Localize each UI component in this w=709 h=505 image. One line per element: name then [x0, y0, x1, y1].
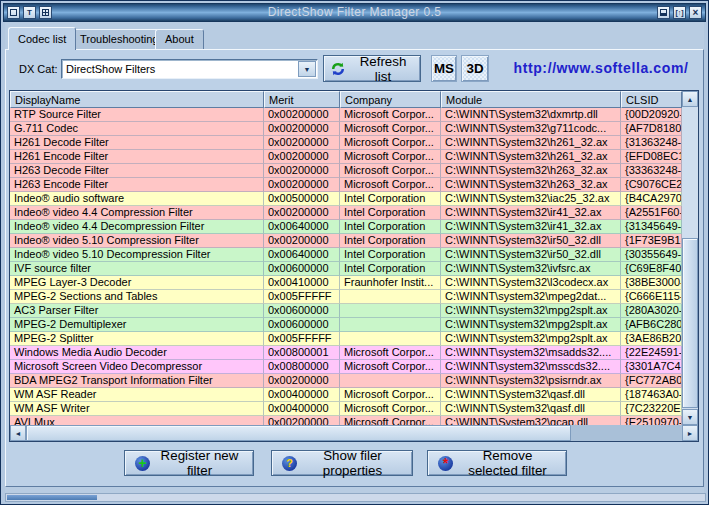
cell-company: Intel Corporation — [340, 248, 441, 262]
cell-module: C:\WINNT\system32\mpeg2dat... — [441, 290, 621, 304]
column-header-clsid[interactable]: CLSID — [621, 91, 682, 108]
3d-toggle-button[interactable]: 3D — [461, 55, 489, 82]
window-grid-button[interactable] — [39, 6, 52, 19]
table-row[interactable]: Indeo® video 4.4 Compression Filter0x002… — [10, 206, 682, 220]
scroll-left-button[interactable]: ◄ — [10, 425, 26, 441]
table-row[interactable]: MPEG-2 Demultiplexer0x00600000C:\WINNT\s… — [10, 318, 682, 332]
table-row[interactable]: H261 Encode Filter0x00200000Microsoft Co… — [10, 150, 682, 164]
cell-name: Indeo® video 4.4 Compression Filter — [10, 206, 264, 220]
table-row[interactable]: Indeo® video 4.4 Decompression Filter0x0… — [10, 220, 682, 234]
table-header: DisplayName Merit Company Module CLSID — [10, 91, 682, 108]
scroll-down-button[interactable]: ▼ — [682, 409, 698, 425]
cell-company: Fraunhofer Instit... — [340, 276, 441, 290]
table-row[interactable]: MPEG Layer-3 Decoder0x00410000Fraunhofer… — [10, 276, 682, 290]
cell-module: C:\WINNT\System32\iac25_32.ax — [441, 192, 621, 206]
close-button[interactable]: × — [689, 6, 702, 19]
table-row[interactable]: Indeo® video 5.10 Compression Filter0x00… — [10, 234, 682, 248]
show-filter-properties-button[interactable]: ? Show filer properties — [271, 450, 413, 476]
table-row[interactable]: BDA MPEG2 Transport Information Filter0x… — [10, 374, 682, 388]
cell-company: Microsoft Corpor... — [340, 388, 441, 402]
cell-name: H261 Encode Filter — [10, 150, 264, 164]
scroll-right-button[interactable]: ► — [682, 425, 698, 441]
cell-clsid: {38BE3000- — [621, 276, 682, 290]
cell-module: C:\WINNT\System32\ir41_32.ax — [441, 206, 621, 220]
table-row[interactable]: H263 Decode Filter0x00200000Microsoft Co… — [10, 164, 682, 178]
table-row[interactable]: AC3 Parser Filter0x00600000C:\WINNT\syst… — [10, 304, 682, 318]
restore-button[interactable]: [↑] — [673, 6, 686, 19]
table-row[interactable]: Indeo® audio software0x00500000Intel Cor… — [10, 192, 682, 206]
cell-module: C:\WINNT\System32\h263_32.ax — [441, 178, 621, 192]
ms-toggle-button[interactable]: MS — [431, 55, 457, 82]
tab-codec-list[interactable]: Codec list — [8, 27, 76, 50]
table-row[interactable]: G.711 Codec0x00200000Microsoft Corpor...… — [10, 122, 682, 136]
table-row[interactable]: H263 Encode Filter0x00200000Microsoft Co… — [10, 178, 682, 192]
cell-clsid: {00D20920- — [621, 108, 682, 122]
dx-cat-value: DirectShow Filters — [62, 63, 297, 75]
refresh-list-button[interactable]: Refresh list — [323, 55, 421, 82]
table-row[interactable]: MPEG-2 Sections and Tables0x005FFFFFC:\W… — [10, 290, 682, 304]
horizontal-scrollbar[interactable]: ◄ ► — [10, 425, 698, 441]
dx-cat-dropdown[interactable]: DirectShow Filters ▼ — [61, 59, 318, 79]
app-window: T DirectShow Filter Manager 0.5 [↑] × Co… — [0, 0, 709, 505]
cell-merit: 0x00500000 — [264, 192, 340, 206]
table-row[interactable]: Windows Media Audio Decoder0x00800001Mic… — [10, 346, 682, 360]
table-row[interactable]: MPEG-2 Splitter0x005FFFFFC:\WINNT\system… — [10, 332, 682, 346]
column-header-merit[interactable]: Merit — [264, 91, 340, 108]
table-row[interactable]: H261 Decode Filter0x00200000Microsoft Co… — [10, 136, 682, 150]
cell-name: G.711 Codec — [10, 122, 264, 136]
horizontal-scroll-thumb[interactable] — [26, 425, 571, 441]
table-row[interactable]: Microsoft Screen Video Decompressor0x008… — [10, 360, 682, 374]
cell-company: Microsoft Corpor... — [340, 136, 441, 150]
cell-clsid: {AFB6C280- — [621, 318, 682, 332]
cell-module: C:\WINNT\System32\ir41_32.ax — [441, 220, 621, 234]
cell-name: Indeo® video 5.10 Compression Filter — [10, 234, 264, 248]
register-new-filter-button[interactable]: + Register new filter — [124, 450, 254, 476]
refresh-icon — [330, 61, 346, 77]
cell-module: C:\WINNT\System32\qcap.dll — [441, 416, 621, 425]
cell-name: RTP Source Filter — [10, 108, 264, 122]
cell-clsid: {AF7D8180- — [621, 122, 682, 136]
table-row[interactable]: WM ASF Writer0x00400000Microsoft Corpor.… — [10, 402, 682, 416]
cell-clsid: {C69E8F40- — [621, 262, 682, 276]
cell-clsid: {3301A7C4- — [621, 360, 682, 374]
cell-company: Intel Corporation — [340, 206, 441, 220]
cell-clsid: {1F73E9B1- — [621, 234, 682, 248]
minimize-button[interactable] — [657, 6, 670, 19]
table-row[interactable]: WM ASF Reader0x00400000Microsoft Corpor.… — [10, 388, 682, 402]
cell-merit: 0x00200000 — [264, 136, 340, 150]
cell-name: H263 Decode Filter — [10, 164, 264, 178]
cell-merit: 0x00200000 — [264, 108, 340, 122]
cell-company — [340, 374, 441, 388]
cell-clsid: {3AE86B20- — [621, 332, 682, 346]
table-row[interactable]: Indeo® video 5.10 Decompression Filter0x… — [10, 248, 682, 262]
tab-troubleshooting[interactable]: Troubleshooting — [70, 29, 168, 49]
dx-cat-dropdown-button[interactable]: ▼ — [298, 61, 316, 77]
cell-module: C:\WINNT\System32\l3codecx.ax — [441, 276, 621, 290]
tray-icon: T — [27, 9, 32, 17]
scroll-up-button[interactable]: ▲ — [682, 91, 698, 107]
cell-company: Microsoft Corpor... — [340, 122, 441, 136]
table-row[interactable]: AVI Mux0x00200000Microsoft Corpor...C:\W… — [10, 416, 682, 425]
table-row[interactable]: IVF source filter0x00600000Intel Corpora… — [10, 262, 682, 276]
tab-about[interactable]: About — [155, 29, 204, 49]
cell-module: C:\WINNT\System32\h263_32.ax — [441, 164, 621, 178]
table-row[interactable]: RTP Source Filter0x00200000Microsoft Cor… — [10, 108, 682, 122]
cell-clsid: {31363248- — [621, 136, 682, 150]
cell-merit: 0x00200000 — [264, 178, 340, 192]
cell-company: Microsoft Corpor... — [340, 346, 441, 360]
cell-name: WM ASF Reader — [10, 388, 264, 402]
column-header-displayname[interactable]: DisplayName — [10, 91, 264, 108]
cell-clsid: {EFD08EC1 — [621, 150, 682, 164]
column-header-company[interactable]: Company — [340, 91, 441, 108]
window-shade-button[interactable] — [7, 6, 20, 19]
window-tray-button[interactable]: T — [23, 6, 36, 19]
vertical-scroll-thumb[interactable] — [682, 238, 698, 408]
cell-module: C:\WINNT\System32\qasf.dll — [441, 402, 621, 416]
column-header-module[interactable]: Module — [441, 91, 621, 108]
softella-link[interactable]: http://www.softella.com/ — [506, 60, 696, 76]
cell-name: H261 Decode Filter — [10, 136, 264, 150]
cell-module: C:\WINNT\system32\msadds32.... — [441, 346, 621, 360]
vertical-scrollbar[interactable]: ▲ ▼ — [682, 91, 698, 425]
remove-selected-filter-button[interactable]: * Remove selected filter — [427, 450, 567, 476]
cell-module: C:\WINNT\system32\mpg2splt.ax — [441, 318, 621, 332]
